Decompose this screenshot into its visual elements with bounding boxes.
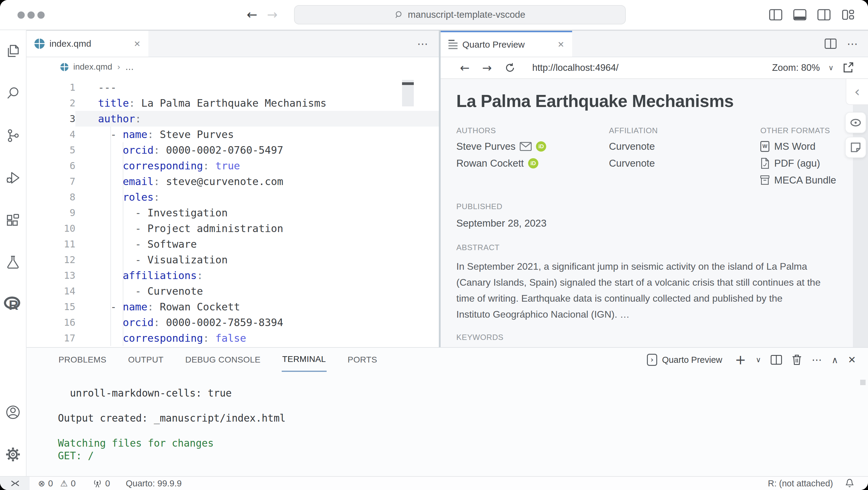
orcid-icon[interactable]: iD <box>528 158 538 168</box>
history-forward-button[interactable]: → <box>267 8 277 21</box>
customize-layout-icon[interactable] <box>841 9 855 21</box>
sidebar-item-testing[interactable] <box>0 250 26 275</box>
source-control-icon <box>5 128 21 143</box>
toggle-secondary-sidebar-icon[interactable] <box>817 9 831 21</box>
code-line[interactable]: 13 affiliations: <box>27 268 439 283</box>
affiliation-value: Curvenote <box>609 158 655 169</box>
code-line[interactable]: 9 - Investigation <box>27 205 439 221</box>
zoom-dropdown-icon[interactable]: ∨ <box>828 64 834 72</box>
toggle-panel-icon[interactable] <box>793 9 806 21</box>
split-terminal-icon[interactable] <box>771 355 782 365</box>
sidebar-item-explorer[interactable] <box>0 39 26 64</box>
terminal-more-actions-icon[interactable]: ⋯ <box>812 354 822 366</box>
tab-debug-console[interactable]: DEBUG CONSOLE <box>174 348 271 372</box>
keywords-section: KEYWORDS La Palma, Earthquakes <box>456 333 841 347</box>
breadcrumb[interactable]: index.qmd › … <box>27 57 439 76</box>
tab-output[interactable]: OUTPUT <box>117 348 175 372</box>
close-window-icon[interactable] <box>18 11 25 19</box>
toggle-visibility-button[interactable] <box>845 112 866 133</box>
code-line[interactable]: 16 orcid: 0000-0002-7859-8394 <box>27 315 439 330</box>
tab-label: Quarto Preview <box>462 39 525 50</box>
remote-indicator[interactable] <box>0 477 30 490</box>
code-line[interactable]: 17 corresponding: false <box>27 330 439 346</box>
indent-guide <box>123 142 123 346</box>
code-line[interactable]: 4 - name: Steve Purves <box>27 127 439 142</box>
breadcrumb-more[interactable]: … <box>125 62 134 72</box>
open-external-icon[interactable] <box>842 62 854 73</box>
tab-ports[interactable]: PORTS <box>337 348 388 372</box>
code-line[interactable]: 3author: <box>27 111 439 127</box>
split-editor-icon[interactable] <box>825 38 837 49</box>
code-line[interactable]: 8 roles: <box>27 189 439 205</box>
ports-status[interactable]: 0 <box>93 479 110 489</box>
kill-terminal-trash-icon[interactable] <box>792 354 802 365</box>
close-tab-icon[interactable]: ✕ <box>134 39 141 48</box>
collapse-panel-chevron[interactable]: ‹ <box>846 79 868 105</box>
terminal-scrollbar[interactable] <box>860 380 866 385</box>
sidebar-item-run-debug[interactable] <box>0 165 26 191</box>
format-pdf[interactable]: PDF (agu) <box>760 155 841 172</box>
editor-scrollbar[interactable] <box>402 80 414 106</box>
code-line[interactable]: 11 - Software <box>27 236 439 252</box>
r-status[interactable]: R: (not attached) <box>768 479 833 489</box>
archive-box-icon <box>760 175 769 185</box>
code-line[interactable]: 1--- <box>27 79 439 95</box>
terminal-process-item[interactable]: › Quarto Preview <box>647 354 722 366</box>
reload-icon[interactable] <box>504 62 516 73</box>
published-section: PUBLISHED September 28, 2023 <box>456 202 841 229</box>
editor-more-actions-icon[interactable]: ⋯ <box>417 38 439 50</box>
code-line[interactable]: 7 email: steve@curvenote.com <box>27 173 439 189</box>
new-terminal-icon[interactable]: + <box>735 353 746 366</box>
preview-nav-bar: ← → http://localhost:4964/ Zoom: 80% ∨ <box>441 57 868 79</box>
format-meca[interactable]: MECA Bundle <box>760 172 841 189</box>
terminal-dropdown-icon[interactable]: ∨ <box>756 356 761 364</box>
terminal-line: unroll-markdown-cells: true <box>58 387 868 400</box>
format-ms-word[interactable]: W MS Word <box>760 138 841 155</box>
author-name: Rowan Cockett <box>456 158 524 169</box>
annotation-note-button[interactable] <box>845 137 866 158</box>
code-line[interactable]: 10 - Project administration <box>27 221 439 236</box>
preview-more-actions-icon[interactable]: ⋯ <box>847 38 858 50</box>
code-line[interactable]: 12 - Visualization <box>27 252 439 268</box>
email-icon[interactable] <box>520 142 532 151</box>
code-line[interactable]: 14 - Curvenote <box>27 283 439 299</box>
terminal-output[interactable]: unroll-markdown-cells: trueOutput create… <box>27 372 868 476</box>
tab-problems[interactable]: PROBLEMS <box>48 348 117 372</box>
maximize-panel-icon[interactable]: ∧ <box>832 355 838 365</box>
history-back-button[interactable]: ← <box>247 8 257 21</box>
breadcrumb-file[interactable]: index.qmd <box>73 62 112 72</box>
notifications-bell-icon[interactable] <box>845 479 854 488</box>
tab-terminal[interactable]: TERMINAL <box>272 348 337 372</box>
zoom-level[interactable]: Zoom: 80% <box>772 62 820 73</box>
code-line[interactable]: 5 orcid: 0000-0002-0760-5497 <box>27 142 439 158</box>
code-line[interactable]: 15 - name: Rowan Cockett <box>27 299 439 315</box>
tab-quarto-preview[interactable]: Quarto Preview ✕ <box>441 31 572 57</box>
sidebar-item-source-control[interactable] <box>0 123 26 148</box>
scrollbar-thumb[interactable] <box>402 82 414 85</box>
code-line[interactable]: 6 corresponding: true <box>27 158 439 173</box>
code-editor[interactable]: 1---2title: La Palma Earthquake Mechanis… <box>27 76 439 347</box>
code-line[interactable]: 2title: La Palma Earthquake Mechanisms <box>27 95 439 111</box>
toggle-primary-sidebar-icon[interactable] <box>769 9 782 21</box>
orcid-icon[interactable]: iD <box>536 141 546 152</box>
preview-back-icon[interactable]: ← <box>460 62 470 73</box>
line-number: 16 <box>27 315 75 330</box>
minimize-window-icon[interactable] <box>27 11 35 19</box>
quarto-version-status[interactable]: Quarto: 99.9.9 <box>126 479 182 489</box>
preview-url[interactable]: http://localhost:4964/ <box>532 62 619 73</box>
traffic-lights <box>18 11 44 19</box>
sidebar-item-extensions[interactable] <box>0 207 26 233</box>
close-panel-icon[interactable]: ✕ <box>848 354 856 365</box>
sidebar-item-search[interactable] <box>0 81 26 106</box>
maximize-window-icon[interactable] <box>37 11 44 19</box>
close-tab-icon[interactable]: ✕ <box>557 40 564 49</box>
preview-content: La Palma Earthquake Mechanisms AUTHORS S… <box>441 79 868 347</box>
tab-index-qmd[interactable]: index.qmd ✕ <box>27 31 148 57</box>
abstract-label: ABSTRACT <box>456 243 841 255</box>
command-center-search[interactable]: manuscript-template-vscode <box>294 5 626 24</box>
sidebar-item-r[interactable]: R <box>0 292 26 317</box>
account-button[interactable] <box>0 400 26 425</box>
problems-status[interactable]: ⊗ 0 ⚠ 0 <box>38 479 76 489</box>
preview-forward-icon[interactable]: → <box>482 62 492 73</box>
settings-button[interactable] <box>0 442 26 467</box>
